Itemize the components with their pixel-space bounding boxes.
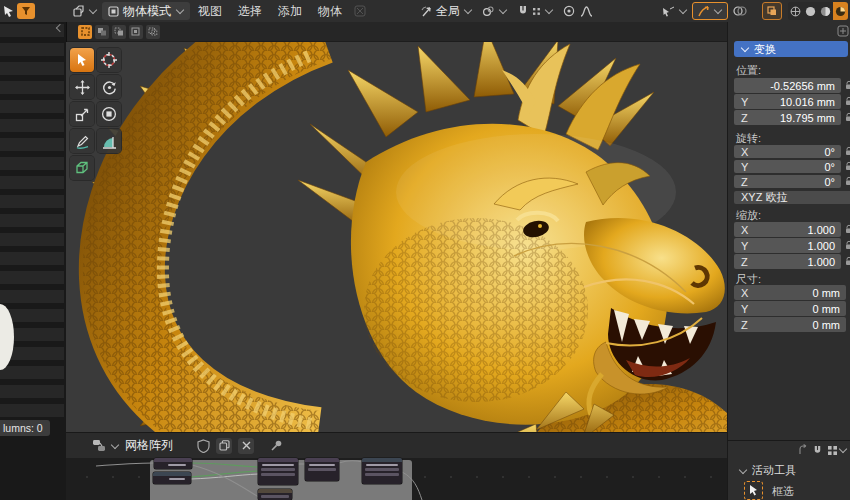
node-box[interactable] [305, 458, 339, 481]
lock-icon[interactable] [845, 240, 850, 250]
fake-user-shield-icon[interactable] [197, 439, 210, 453]
xray-toggle[interactable] [762, 2, 782, 20]
select-mode-set-button[interactable] [78, 25, 92, 39]
new-copy-button[interactable] [216, 438, 232, 454]
chevron-down-icon [679, 6, 687, 14]
transform-panel-header[interactable]: 变换 [734, 41, 848, 57]
node-editor-header: 网格阵列 [66, 432, 727, 458]
menu-add[interactable]: 添加 [270, 3, 310, 20]
location-y-field[interactable]: Y 10.016 mm [734, 94, 841, 109]
chevron-down-icon [545, 6, 553, 14]
scale-y-field[interactable]: Y 1.000 [734, 238, 841, 253]
proportional-editing-button[interactable] [558, 1, 580, 21]
chevron-down-icon [89, 6, 97, 14]
node-editor-canvas[interactable] [66, 458, 727, 500]
active-tool-panel: 活动工具 框选 [727, 440, 850, 500]
active-tool-header[interactable]: 活动工具 [738, 463, 796, 478]
tool-scale[interactable] [70, 102, 94, 126]
tool-move[interactable] [70, 75, 94, 99]
lock-icon[interactable] [845, 146, 850, 156]
node-box[interactable] [153, 472, 191, 484]
panel-options-dropdown[interactable] [827, 445, 847, 456]
tool-annotate[interactable] [70, 129, 94, 153]
gizmos-dropdown[interactable] [692, 2, 728, 20]
shading-wireframe-button[interactable] [788, 2, 803, 20]
filter-funnel-button[interactable] [17, 3, 35, 19]
scale-x-field[interactable]: X 1.000 [734, 222, 841, 237]
node-box[interactable] [258, 458, 298, 485]
rotation-z-field[interactable]: Z 0° [734, 175, 841, 188]
axis-label: Y [734, 96, 755, 108]
dimensions-z-value: 0 mm [755, 319, 846, 331]
location-x-field[interactable]: -0.52656 mm [734, 78, 841, 93]
mode-dropdown[interactable]: 物体模式 [102, 2, 190, 20]
tool-rotate[interactable] [97, 75, 121, 99]
lock-icon[interactable] [845, 96, 850, 106]
axis-label: X [734, 224, 755, 236]
node-box[interactable] [362, 458, 402, 484]
dragon-render[interactable] [66, 42, 727, 432]
lock-icon[interactable] [845, 80, 850, 90]
shading-solid-button[interactable] [803, 2, 818, 20]
active-tool-thumbnail[interactable] [744, 481, 763, 500]
left-panel-strip[interactable]: lumns: 0 [0, 22, 67, 500]
dimensions-z-field[interactable]: Z 0 mm [734, 317, 846, 332]
rotation-x-field[interactable]: X 0° [734, 145, 841, 158]
selectability-dropdown[interactable] [657, 1, 692, 21]
lock-icon[interactable] [845, 176, 850, 186]
menu-object[interactable]: 物体 [310, 3, 350, 20]
pivot-point-dropdown[interactable] [477, 1, 512, 21]
select-mode-extend-button[interactable] [95, 25, 109, 39]
lock-icon[interactable] [845, 112, 850, 122]
dimensions-x-field[interactable]: X 0 mm [734, 285, 846, 300]
scale-z-field[interactable]: Z 1.000 [734, 254, 841, 269]
dimensions-x-value: 0 mm [755, 287, 846, 299]
sidebar-transform-panel: 变换 位置: -0.52656 mm Y 10.016 mm Z 19.795 … [727, 22, 850, 440]
overlays-dropdown[interactable] [728, 1, 752, 21]
node-box[interactable] [258, 489, 292, 500]
columns-status: lumns: 0 [0, 420, 50, 436]
lock-icon[interactable] [845, 161, 850, 171]
xray-icon [767, 6, 777, 16]
shading-rendered-button[interactable] [833, 2, 848, 20]
pin-icon[interactable] [270, 439, 283, 452]
node-tree-name[interactable]: 网格阵列 [125, 437, 173, 454]
sidebar-tab-icon[interactable] [837, 25, 849, 37]
shading-mode-group [788, 2, 848, 20]
annotate-pencil-icon [75, 134, 90, 149]
node-box[interactable] [154, 458, 192, 469]
rotation-mode-dropdown[interactable]: XYZ 欧拉 [734, 191, 850, 204]
tool-transform[interactable] [97, 102, 121, 126]
tool-select-box[interactable] [70, 48, 94, 72]
unlink-button[interactable] [238, 438, 254, 454]
menu-view[interactable]: 视图 [190, 3, 230, 20]
select-mode-invert-button[interactable] [129, 25, 143, 39]
snap-magnet-icon[interactable] [812, 445, 823, 456]
node-editor-type-button[interactable] [92, 436, 119, 456]
orientation-dropdown[interactable]: 全局 [415, 1, 477, 21]
select-visibility-icon [662, 6, 675, 17]
menu-select[interactable]: 选择 [230, 3, 270, 20]
lock-icon[interactable] [845, 224, 850, 234]
select-mode-subtract-button[interactable] [112, 25, 126, 39]
falloff-dropdown[interactable] [580, 1, 598, 21]
select-mode-intersect-button[interactable] [146, 25, 160, 39]
snapping-dropdown[interactable] [512, 1, 558, 21]
axis-label: X [734, 287, 755, 299]
location-z-field[interactable]: Z 19.795 mm [734, 110, 841, 125]
editor-type-button[interactable] [67, 1, 102, 21]
back-arrow-icon[interactable] [796, 444, 808, 456]
location-label: 位置: [736, 63, 761, 78]
rotation-y-field[interactable]: Y 0° [734, 160, 841, 173]
tool-cursor[interactable] [97, 48, 121, 72]
orientation-label: 全局 [436, 3, 460, 20]
shading-material-button[interactable] [818, 2, 833, 20]
scale-label: 缩放: [736, 208, 761, 223]
dimensions-y-field[interactable]: Y 0 mm [734, 301, 846, 316]
viewport-3d[interactable] [66, 42, 727, 432]
dimensions-y-value: 0 mm [755, 303, 846, 315]
tool-measure[interactable] [97, 129, 121, 153]
lock-icon[interactable] [845, 256, 850, 266]
magnet-icon [517, 5, 529, 17]
tool-add-cube[interactable] [70, 156, 94, 180]
